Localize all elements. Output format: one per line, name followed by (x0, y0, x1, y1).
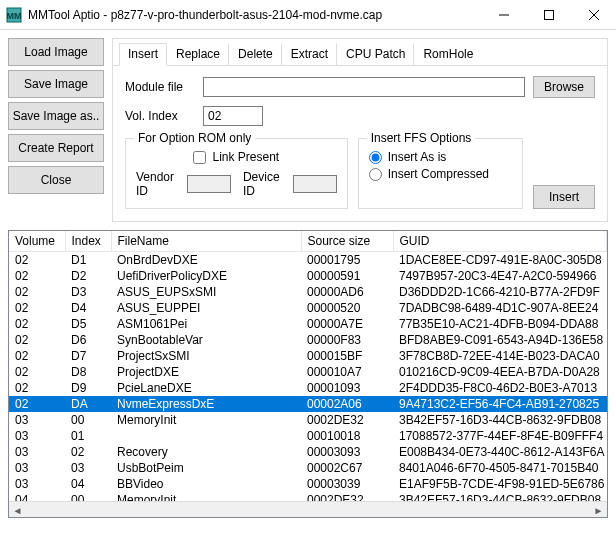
cell: MemoryInit (111, 412, 301, 428)
cell: 3B42EF57-16D3-44CB-8632-9FDB08 (393, 492, 607, 501)
module-table: Volume Index FileName Source size GUID 0… (8, 230, 608, 518)
browse-button[interactable]: Browse (533, 76, 595, 98)
cell: 02 (9, 300, 65, 316)
option-rom-title: For Option ROM only (134, 131, 255, 145)
cell: OnBrdDevDXE (111, 252, 301, 269)
sidebar: Load Image Save Image Save Image as.. Cr… (8, 38, 104, 222)
tab-strip: Insert Replace Delete Extract CPU Patch … (113, 39, 607, 66)
cell: 03 (9, 476, 65, 492)
table-row[interactable]: 0400MemoryInit0002DE323B42EF57-16D3-44CB… (9, 492, 607, 501)
table-row[interactable]: 0303UsbBotPeim00002C678401A046-6F70-4505… (9, 460, 607, 476)
col-filename[interactable]: FileName (111, 231, 301, 252)
cell: 00000520 (301, 300, 393, 316)
close-button[interactable] (571, 0, 616, 29)
cell: PcieLaneDXE (111, 380, 301, 396)
app-icon: MM (6, 7, 22, 23)
cell: 02 (65, 444, 111, 460)
cell: 000010A7 (301, 364, 393, 380)
col-index[interactable]: Index (65, 231, 111, 252)
vol-index-input[interactable] (203, 106, 263, 126)
cell: 00000AD6 (301, 284, 393, 300)
cell (111, 428, 301, 444)
table-row[interactable]: 02D7ProjectSxSMI000015BF3F78CB8D-72EE-41… (9, 348, 607, 364)
cell: 02 (9, 396, 65, 412)
table-row[interactable]: 02D1OnBrdDevDXE000017951DACE8EE-CD97-491… (9, 252, 607, 269)
cell: 02 (9, 348, 65, 364)
cell: ProjectSxSMI (111, 348, 301, 364)
table-row[interactable]: 02D9PcieLaneDXE000010932F4DDD35-F8C0-46D… (9, 380, 607, 396)
tab-insert[interactable]: Insert (119, 43, 167, 66)
scroll-right-icon[interactable]: ► (590, 502, 607, 519)
insert-compressed-radio[interactable] (369, 168, 382, 181)
close-button-sidebar[interactable]: Close (8, 166, 104, 194)
cell: 02 (9, 252, 65, 269)
table-row[interactable]: 02DANvmeExpressDxE00002A069A4713C2-EF56-… (9, 396, 607, 412)
create-report-button[interactable]: Create Report (8, 134, 104, 162)
tab-romhole[interactable]: RomHole (414, 43, 481, 65)
cell: 03 (9, 428, 65, 444)
table-row[interactable]: 02D4ASUS_EUPPEI000005207DADBC98-6489-4D1… (9, 300, 607, 316)
ffs-options-title: Insert FFS Options (367, 131, 476, 145)
cell: 2F4DDD35-F8C0-46D2-B0E3-A7013 (393, 380, 607, 396)
vendor-id-label: Vendor ID (136, 170, 183, 198)
table-row[interactable]: 03010001001817088572-377F-44EF-8F4E-B09F… (9, 428, 607, 444)
cell: D2 (65, 268, 111, 284)
cell: 02 (9, 364, 65, 380)
cell: 00000A7E (301, 316, 393, 332)
insert-button[interactable]: Insert (533, 185, 595, 209)
col-sourcesize[interactable]: Source size (301, 231, 393, 252)
table-row[interactable]: 0302Recovery00003093E008B434-0E73-440C-8… (9, 444, 607, 460)
link-present-label: Link Present (212, 150, 279, 164)
cell: 03 (65, 460, 111, 476)
cell: 03 (9, 412, 65, 428)
cell: 04 (9, 492, 65, 501)
save-image-button[interactable]: Save Image (8, 70, 104, 98)
save-image-as-button[interactable]: Save Image as.. (8, 102, 104, 130)
cell: 77B35E10-AC21-4DFB-B094-DDA88 (393, 316, 607, 332)
load-image-button[interactable]: Load Image (8, 38, 104, 66)
tab-replace[interactable]: Replace (167, 43, 229, 65)
cell: 00001093 (301, 380, 393, 396)
link-present-checkbox[interactable] (193, 151, 206, 164)
cell: 7DADBC98-6489-4D1C-907A-8EE24 (393, 300, 607, 316)
table-row[interactable]: 02D3ASUS_EUPSxSMI00000AD6D36DDD2D-1C66-4… (9, 284, 607, 300)
cell: 04 (65, 476, 111, 492)
insert-compressed-label: Insert Compressed (388, 167, 489, 181)
horizontal-scrollbar[interactable]: ◄ ► (9, 501, 607, 518)
table-row[interactable]: 02D8ProjectDXE000010A7010216CD-9C09-4EEA… (9, 364, 607, 380)
cell: 00002C67 (301, 460, 393, 476)
device-id-label: Device ID (243, 170, 289, 198)
scroll-left-icon[interactable]: ◄ (9, 502, 26, 519)
table-scroll[interactable]: Volume Index FileName Source size GUID 0… (9, 231, 607, 501)
cell: ASUS_EUPPEI (111, 300, 301, 316)
cell: 02 (9, 284, 65, 300)
table-row[interactable]: 02D2UefiDriverPolicyDXE000005917497B957-… (9, 268, 607, 284)
cell: D36DDD2D-1C66-4210-B77A-2FD9F (393, 284, 607, 300)
cell: 00 (65, 492, 111, 501)
tab-cpupatch[interactable]: CPU Patch (337, 43, 414, 65)
cell: 7497B957-20C3-4E47-A2C0-594966 (393, 268, 607, 284)
cell: E008B434-0E73-440C-8612-A143F6A (393, 444, 607, 460)
table-row[interactable]: 02D6SynBootableVar00000F83BFD8ABE9-C091-… (9, 332, 607, 348)
tab-extract[interactable]: Extract (282, 43, 337, 65)
minimize-button[interactable] (481, 0, 526, 29)
insert-as-is-radio[interactable] (369, 151, 382, 164)
cell: 00003039 (301, 476, 393, 492)
cell: 00 (65, 412, 111, 428)
cell: 03 (9, 460, 65, 476)
cell: UefiDriverPolicyDXE (111, 268, 301, 284)
maximize-button[interactable] (526, 0, 571, 29)
cell: 00000F83 (301, 332, 393, 348)
table-row[interactable]: 02D5ASM1061Pei00000A7E77B35E10-AC21-4DFB… (9, 316, 607, 332)
cell: 02 (9, 380, 65, 396)
cell: 17088572-377F-44EF-8F4E-B09FFF4 (393, 428, 607, 444)
tab-delete[interactable]: Delete (229, 43, 282, 65)
cell: D7 (65, 348, 111, 364)
table-row[interactable]: 0300MemoryInit0002DE323B42EF57-16D3-44CB… (9, 412, 607, 428)
col-guid[interactable]: GUID (393, 231, 607, 252)
col-volume[interactable]: Volume (9, 231, 65, 252)
table-row[interactable]: 0304BBVideo00003039E1AF9F5B-7CDE-4F98-91… (9, 476, 607, 492)
vendor-id-input[interactable] (187, 175, 231, 193)
module-file-input[interactable] (203, 77, 525, 97)
device-id-input[interactable] (293, 175, 337, 193)
